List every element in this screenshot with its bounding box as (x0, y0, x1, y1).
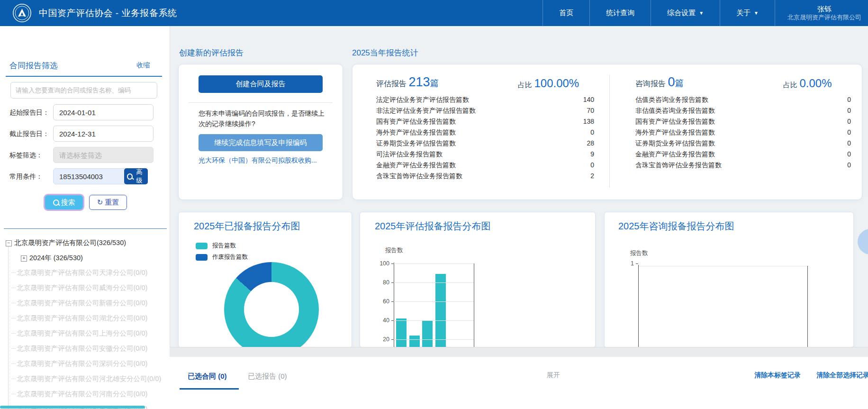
legend-swatch-reports (196, 243, 208, 249)
tree-node-branch[interactable]: 北京晟明资产评估有限公司新疆分公司(0/0) (11, 299, 147, 308)
refresh-icon: ↻ (97, 198, 103, 207)
create-contract-report-button[interactable]: 创建合同及报告 (199, 75, 323, 93)
nav-item-about[interactable]: 关于▼ (720, 0, 775, 26)
bar (435, 274, 446, 347)
header-divider (6, 76, 162, 77)
tab-selected-reports[interactable]: 已选报告 (0) (248, 372, 287, 381)
gridline (394, 264, 474, 264)
donut-chart-title: 2025年已报备报告分布图 (194, 220, 300, 233)
donut-hole (244, 282, 299, 337)
stat-row: 估值类咨询业务报告篇数0 (635, 96, 851, 105)
common-condition-label: 常用条件： (9, 173, 43, 181)
card-divider (189, 102, 333, 103)
search-input[interactable] (10, 82, 157, 99)
legend-item[interactable]: 作废报告篇数 (196, 253, 248, 261)
user-company: 北京晟明资产评估有限公司 (787, 13, 861, 22)
tag-filter-field[interactable] (53, 147, 154, 163)
collapse-box-icon[interactable]: − (6, 240, 12, 246)
legend-swatch-voided (196, 254, 208, 261)
y-tick-label: 20 (373, 336, 389, 343)
nav-item-settings[interactable]: 综合设置▼ (651, 0, 720, 26)
clear-all-records-link[interactable]: 清除全部选择记录 (816, 371, 868, 380)
nav-item-home[interactable]: 首页 (542, 0, 589, 26)
tree-node-branch[interactable]: 北京晟明资产评估有限公司深圳分公司(0/0) (11, 359, 147, 368)
tree-node-branch[interactable]: 北京晟明资产评估有限公司河南分公司(0/0) (11, 390, 147, 399)
stat-row: 含珠宝首饰评估业务报告篇数0 (635, 161, 851, 171)
eval-report-header: 评估报告 213篇 (376, 75, 439, 90)
nav-item-stats-query[interactable]: 统计查询 (589, 0, 651, 26)
unfinished-prompt: 您有未申请编码的合同或报告，是否继续上次的记录继续操作? (199, 108, 326, 129)
tree-node-root[interactable]: −北京晟明资产评估有限公司(326/530) (6, 238, 126, 247)
gridline (394, 339, 474, 340)
end-date-field[interactable] (53, 126, 154, 142)
tree-node-2024[interactable]: +2024年 (326/530) (21, 254, 83, 263)
consult-report-header: 咨询报告 0篇 (635, 75, 684, 90)
stat-row: 金融资产评估业务报告篇数0 (376, 161, 594, 171)
clear-tab-records-link[interactable]: 清除本标签记录 (754, 371, 801, 380)
active-tab-underline (180, 388, 239, 390)
bar-chart-bars (360, 212, 595, 347)
y-tick-mark (391, 339, 394, 340)
expand-box-icon[interactable]: + (21, 255, 27, 262)
stat-row: 金融资产评估业务报告篇数0 (635, 150, 851, 160)
gridline (394, 282, 474, 283)
bottom-gap-strip (170, 347, 868, 358)
reset-button[interactable]: ↻重置 (89, 195, 127, 210)
eval-report-ratio: 占比 100.00% (518, 77, 579, 90)
stat-row: 证券期货业务评估报告篇数28 (376, 139, 594, 149)
continue-fill-button[interactable]: 继续完成信息填写及申报编码 (199, 134, 323, 151)
stat-row: 法定评估业务资产评估报告篇数140 (376, 96, 594, 105)
tree-node-branch[interactable]: 北京晟明资产评估有限公司上海分公司(0/0) (11, 329, 147, 338)
y-tick-label: 1 (618, 260, 634, 267)
start-date-label: 起始报告日： (9, 109, 49, 117)
y-tick-mark (391, 282, 394, 283)
stats-column-divider (609, 75, 610, 188)
user-account[interactable]: 张铄 北京晟明资产评估有限公司 (775, 0, 868, 26)
filter-sidebar: 合同报告筛选 收缩 起始报告日： 截止报告日： 标签筛选： 常用条件： 高级 搜… (0, 26, 170, 409)
filed-report-chart-card: 2025年已报备报告分布图 报告篇数 作废报告篇数 (178, 212, 352, 348)
consult-report-ratio: 占比 0.00% (783, 77, 832, 90)
tree-node-branch[interactable]: 北京晟明资产评估有限公司天津分公司(0/0) (11, 268, 147, 277)
floating-helper-button[interactable] (858, 229, 868, 254)
stat-row: 国有资产评估业务报告篇数138 (376, 118, 594, 127)
y-tick-mark (391, 320, 394, 321)
tree-node-branch[interactable]: 北京晟明资产评估有限公司威海分公司(0/0) (11, 283, 147, 292)
y-tick-label: 100 (373, 260, 389, 267)
eval-filed-chart-card: 2025年评估报备报告分布图 报告数 10080604020 (360, 212, 596, 348)
consult-filed-chart-card: 2025年咨询报备报告分布图 报告数 1 (604, 212, 854, 348)
advanced-button[interactable]: 高级 (124, 168, 148, 184)
y-tick-mark (391, 264, 394, 264)
y-tick-mark (636, 264, 638, 264)
draft-report-link[interactable]: 光大环保（中国）有限公司拟股权收购... (199, 156, 331, 165)
start-date-field[interactable] (53, 104, 154, 120)
collapse-link[interactable]: 收缩 (136, 61, 150, 70)
end-date-label: 截止报告日： (9, 130, 49, 138)
stat-row: 非估值类咨询业务报告篇数0 (635, 107, 851, 116)
gridline (394, 301, 474, 302)
y-tick-mark (391, 301, 394, 302)
expand-link[interactable]: 展开 (547, 371, 560, 380)
user-name: 张铄 (817, 4, 832, 13)
stat-row: 国有资产评估业务报告篇数0 (635, 118, 851, 127)
common-condition-field[interactable] (53, 168, 128, 184)
stat-row: 司法评估业务报告篇数9 (376, 150, 594, 160)
gridline (394, 320, 474, 321)
plot-right-border (807, 266, 808, 347)
annual-stats-card: 评估报告 213篇 占比 100.00% 法定评估业务资产评估报告篇数140 非… (352, 64, 862, 200)
tree-node-branch[interactable]: 北京晟明资产评估有限公司河北雄安分公司(0/0) (11, 374, 161, 383)
tree-node-branch[interactable]: 北京晟明资产评估有限公司安徽分公司(0/0) (11, 344, 147, 353)
tab-selected-contracts[interactable]: 已选合同 (0) (188, 372, 227, 381)
tree-node-branch[interactable]: 北京晟明资产评估有限公司湖北分公司(0/0) (11, 314, 147, 323)
y-tick-label: 60 (373, 298, 389, 305)
legend-item[interactable]: 报告篇数 (196, 242, 236, 250)
app-title: 中国资产评估协会 - 业务报备系统 (39, 0, 177, 26)
tree-guide-line (8, 247, 9, 409)
empty-chart-title: 2025年咨询报备报告分布图 (618, 220, 734, 233)
sidebar-scrollbar[interactable] (0, 406, 145, 409)
search-button[interactable]: 搜索 (44, 194, 84, 211)
tree-divider (4, 228, 167, 229)
chevron-down-icon: ▼ (754, 10, 759, 16)
stats-section-title: 2025当年报告统计 (352, 47, 418, 58)
stat-row: 证券期货业务评估报告篇数0 (635, 139, 851, 149)
stat-row: 海外资产评估业务报告篇数0 (376, 128, 594, 138)
